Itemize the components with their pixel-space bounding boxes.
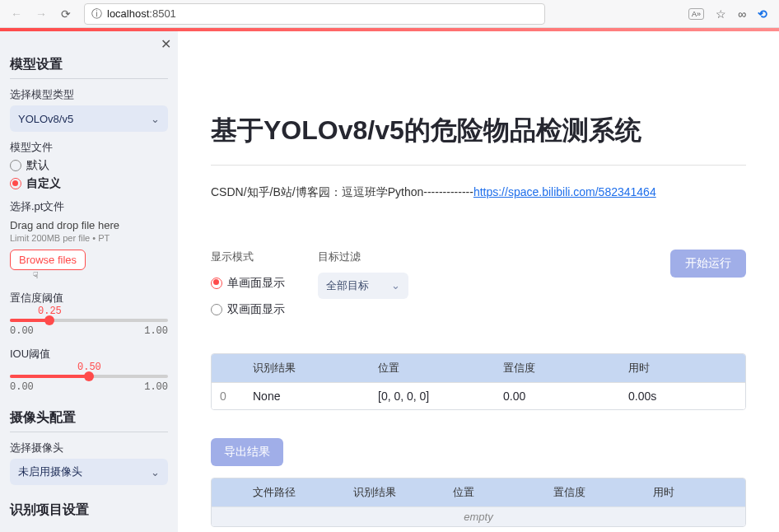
camera-value: 未启用摄像头 bbox=[18, 464, 82, 479]
iou-min: 0.00 bbox=[10, 381, 34, 393]
url-text: localhost:8501 bbox=[107, 7, 176, 20]
radio-default-label: 默认 bbox=[26, 158, 49, 173]
collections-icon[interactable]: ∞ bbox=[738, 7, 746, 21]
upload-limit: Limit 200MB per file • PT bbox=[10, 233, 168, 243]
conf-track[interactable] bbox=[10, 319, 168, 322]
conf-value: 0.25 bbox=[38, 306, 168, 317]
chevron-down-icon: ⌄ bbox=[151, 113, 160, 125]
nav-back-icon[interactable]: ← bbox=[7, 4, 26, 24]
confidence-slider[interactable]: 置信度阈值 0.25 0.00 1.00 bbox=[10, 291, 168, 337]
detect-header: 识别项目设置 bbox=[10, 502, 168, 524]
iou-thumb[interactable] bbox=[84, 371, 94, 381]
radio-default[interactable]: 默认 bbox=[10, 158, 168, 173]
info-icon: ⓘ bbox=[91, 7, 102, 21]
radio-custom[interactable]: 自定义 bbox=[10, 176, 168, 191]
target-filter-value: 全部目标 bbox=[326, 278, 369, 293]
th-result: 识别结果 bbox=[245, 354, 370, 382]
empty-row: empty bbox=[212, 506, 745, 526]
th-time: 用时 bbox=[620, 354, 745, 382]
th2-pos: 位置 bbox=[445, 478, 545, 506]
table-row: 0 None [0, 0, 0, 0] 0.00 0.00s bbox=[212, 382, 745, 409]
iou-fill bbox=[10, 375, 89, 378]
model-type-value: YOLOv8/v5 bbox=[18, 113, 73, 125]
th-pos: 位置 bbox=[370, 354, 495, 382]
display-mode-group: 显示模式 单画面显示 双画面显示 bbox=[211, 250, 285, 320]
cursor-hand-icon: ☟ bbox=[33, 270, 168, 281]
target-filter-group: 目标过滤 全部目标 ⌄ bbox=[318, 250, 408, 299]
iou-slider[interactable]: IOU阈值 0.50 0.00 1.00 bbox=[10, 347, 168, 393]
th2-result: 识别结果 bbox=[345, 478, 445, 506]
close-sidebar-icon[interactable]: ✕ bbox=[161, 36, 171, 52]
chevron-down-icon: ⌄ bbox=[391, 279, 400, 292]
select-camera-label: 选择摄像头 bbox=[10, 441, 168, 455]
run-button[interactable]: 开始运行 bbox=[670, 250, 746, 278]
chevron-down-icon: ⌄ bbox=[151, 466, 160, 478]
camera-header: 摄像头配置 bbox=[10, 409, 168, 432]
copilot-icon[interactable]: ⟲ bbox=[758, 7, 767, 21]
export-table: 文件路径 识别结果 位置 置信度 用时 empty bbox=[211, 478, 746, 527]
credits-prefix: CSDN/知乎/B站/博客园：逗逗班学Python------------- bbox=[211, 185, 473, 198]
nav-reload-icon[interactable]: ⟳ bbox=[56, 4, 76, 24]
conf-min: 0.00 bbox=[10, 325, 34, 337]
upload-hint: Drag and drop file here bbox=[10, 219, 168, 231]
td-idx: 0 bbox=[212, 383, 245, 409]
address-bar[interactable]: ⓘ localhost:8501 bbox=[84, 3, 545, 25]
credits: CSDN/知乎/B站/博客园：逗逗班学Python-------------ht… bbox=[211, 185, 746, 200]
nav-forward-icon: → bbox=[31, 4, 51, 24]
display-single-radio[interactable]: 单画面显示 bbox=[211, 276, 285, 291]
td-conf: 0.00 bbox=[495, 383, 620, 409]
th2-time: 用时 bbox=[645, 478, 745, 506]
radio-custom-label: 自定义 bbox=[26, 176, 61, 191]
browser-toolbar: ← → ⟳ ⓘ localhost:8501 A» ☆ ∞ ⟲ bbox=[0, 0, 779, 28]
td-time: 0.00s bbox=[620, 383, 745, 409]
radio-icon bbox=[211, 304, 222, 315]
iou-label: IOU阈值 bbox=[10, 347, 168, 362]
results-table: 识别结果 位置 置信度 用时 0 None [0, 0, 0, 0] 0.00 … bbox=[211, 353, 746, 410]
table-header-row: 识别结果 位置 置信度 用时 bbox=[212, 354, 745, 382]
display-double-label: 双画面显示 bbox=[227, 302, 285, 317]
export-table-header: 文件路径 识别结果 位置 置信度 用时 bbox=[212, 478, 745, 506]
model-settings-header: 模型设置 bbox=[10, 56, 168, 79]
credits-link[interactable]: https://space.bilibili.com/582341464 bbox=[473, 185, 656, 198]
select-model-type-label: 选择模型类型 bbox=[10, 87, 168, 102]
select-pt-label: 选择.pt文件 bbox=[10, 199, 168, 214]
divider bbox=[211, 165, 746, 166]
th-conf: 置信度 bbox=[495, 354, 620, 382]
controls-row: 显示模式 单画面显示 双画面显示 目标过滤 全部目标 ⌄ 开始运行 bbox=[211, 250, 746, 320]
sidebar: ✕ 模型设置 选择模型类型 YOLOv8/v5 ⌄ 模型文件 默认 自定义 选择… bbox=[0, 31, 178, 532]
th2-idx bbox=[212, 478, 245, 506]
page-title: 基于YOLOv8/v5的危险物品检测系统 bbox=[211, 114, 746, 148]
model-file-label: 模型文件 bbox=[10, 140, 168, 155]
iou-max: 1.00 bbox=[144, 381, 168, 393]
conf-fill bbox=[10, 319, 49, 322]
radio-icon bbox=[10, 160, 21, 171]
th2-conf: 置信度 bbox=[545, 478, 646, 506]
display-double-radio[interactable]: 双画面显示 bbox=[211, 302, 285, 317]
export-button[interactable]: 导出结果 bbox=[211, 438, 283, 466]
target-filter-label: 目标过滤 bbox=[318, 250, 408, 264]
display-mode-label: 显示模式 bbox=[211, 250, 285, 264]
th-idx bbox=[212, 354, 245, 382]
read-aloud-icon[interactable]: A» bbox=[688, 8, 704, 20]
camera-select[interactable]: 未启用摄像头 ⌄ bbox=[10, 459, 168, 485]
conf-thumb[interactable] bbox=[44, 315, 54, 325]
target-filter-select[interactable]: 全部目标 ⌄ bbox=[318, 273, 408, 299]
radio-icon bbox=[10, 178, 21, 189]
th2-path: 文件路径 bbox=[245, 478, 345, 506]
td-result: None bbox=[245, 383, 370, 409]
conf-max: 1.00 bbox=[144, 325, 168, 337]
main-content: 基于YOLOv8/v5的危险物品检测系统 CSDN/知乎/B站/博客园：逗逗班学… bbox=[178, 31, 779, 532]
conf-label: 置信度阈值 bbox=[10, 291, 168, 306]
browse-files-button[interactable]: Browse files bbox=[10, 250, 86, 270]
favorite-icon[interactable]: ☆ bbox=[716, 7, 726, 21]
td-pos: [0, 0, 0, 0] bbox=[370, 383, 495, 409]
file-uploader[interactable]: Drag and drop file here Limit 200MB per … bbox=[10, 219, 168, 281]
iou-track[interactable] bbox=[10, 375, 168, 378]
radio-icon bbox=[211, 278, 222, 289]
model-type-select[interactable]: YOLOv8/v5 ⌄ bbox=[10, 105, 168, 132]
display-single-label: 单画面显示 bbox=[227, 276, 285, 291]
